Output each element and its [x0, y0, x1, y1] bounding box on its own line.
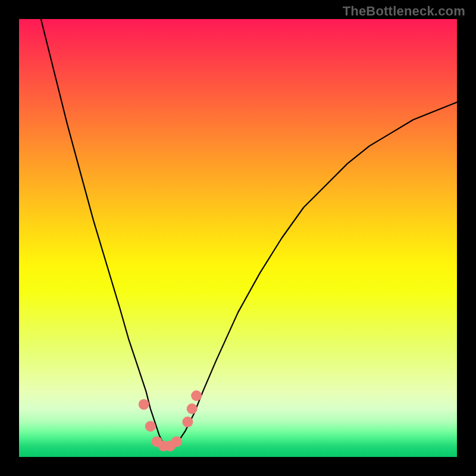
bottleneck-marker: [182, 416, 193, 427]
chart-plot-area: [19, 19, 457, 457]
bottleneck-marker: [139, 399, 149, 410]
bottleneck-curve: [41, 19, 457, 448]
bottleneck-marker: [187, 403, 198, 414]
chart-frame: TheBottleneck.com: [0, 0, 476, 476]
bottleneck-marker: [191, 390, 202, 401]
bottleneck-marker: [145, 421, 156, 432]
attribution-label: TheBottleneck.com: [343, 4, 465, 19]
chart-svg: [19, 19, 457, 457]
bottleneck-marker: [171, 436, 182, 447]
